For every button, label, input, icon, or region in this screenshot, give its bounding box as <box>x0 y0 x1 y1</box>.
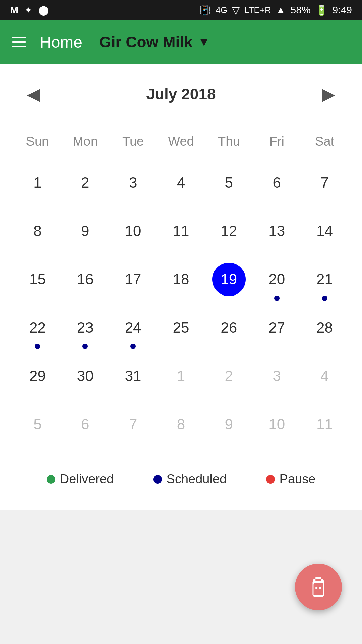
day-aug-8[interactable]: 8 <box>157 400 205 448</box>
day-21[interactable]: 21 <box>301 255 349 304</box>
day-19[interactable]: 19 <box>205 255 253 304</box>
day-aug-2[interactable]: 2 <box>205 352 253 400</box>
day-10[interactable]: 10 <box>109 207 157 255</box>
next-month-button[interactable]: ▶ <box>315 80 342 107</box>
battery-percent: 58% <box>291 4 311 16</box>
day-aug-10[interactable]: 10 <box>253 400 301 448</box>
day-9[interactable]: 9 <box>61 207 109 255</box>
lte-label: LTE+R <box>244 5 271 15</box>
day-27[interactable]: 27 <box>253 304 301 352</box>
day-20[interactable]: 20 <box>253 255 301 304</box>
calendar-container: ◀ July 2018 ▶ Sun Mon Tue Wed Thu Fri Sa… <box>0 64 362 510</box>
app-icon-m: M <box>10 4 18 16</box>
status-bar: M ✦ ⬤ 📳 4G ▽ LTE+R ▲ 58% 🔋 9:49 <box>0 0 362 20</box>
day-header-wed: Wed <box>157 127 205 159</box>
wifi-signal-icon: ▽ <box>232 4 240 16</box>
dot-24 <box>130 344 136 349</box>
day-26[interactable]: 26 <box>205 304 253 352</box>
day-28[interactable]: 28 <box>301 304 349 352</box>
day-6[interactable]: 6 <box>253 159 301 207</box>
fab-button[interactable] <box>295 564 342 610</box>
wifi-icon: ✦ <box>24 5 32 16</box>
pause-dot <box>266 475 275 484</box>
day-3[interactable]: 3 <box>109 159 157 207</box>
day-22[interactable]: 22 <box>13 304 61 352</box>
day-18[interactable]: 18 <box>157 255 205 304</box>
product-name: Gir Cow Milk <box>99 33 193 51</box>
product-selector[interactable]: Gir Cow Milk ▼ <box>99 33 210 51</box>
day-aug-9[interactable]: 9 <box>205 400 253 448</box>
day-5[interactable]: 5 <box>205 159 253 207</box>
day-header-thu: Thu <box>205 127 253 159</box>
day-header-sun: Sun <box>13 127 61 159</box>
day-header-tue: Tue <box>109 127 157 159</box>
prev-month-button[interactable]: ◀ <box>20 80 47 107</box>
calendar-grid: Sun Mon Tue Wed Thu Fri Sat 1 2 3 4 5 6 … <box>13 127 349 448</box>
day-11[interactable]: 11 <box>157 207 205 255</box>
day-12[interactable]: 12 <box>205 207 253 255</box>
milk-bottle-icon <box>307 575 330 599</box>
day-4[interactable]: 4 <box>157 159 205 207</box>
legend-delivered: Delivered <box>47 472 114 486</box>
day-17[interactable]: 17 <box>109 255 157 304</box>
day-header-mon: Mon <box>61 127 109 159</box>
legend-pause: Pause <box>266 472 316 486</box>
vibrate-icon: 📳 <box>199 5 211 16</box>
day-29[interactable]: 29 <box>13 352 61 400</box>
day-aug-1[interactable]: 1 <box>157 352 205 400</box>
day-25[interactable]: 25 <box>157 304 205 352</box>
day-31[interactable]: 31 <box>109 352 157 400</box>
clock: 9:49 <box>333 4 352 16</box>
hamburger-menu-button[interactable] <box>12 37 26 47</box>
day-aug-5[interactable]: 5 <box>13 400 61 448</box>
day-1[interactable]: 1 <box>13 159 61 207</box>
month-title: July 2018 <box>146 85 216 103</box>
pause-label: Pause <box>280 472 316 486</box>
dot-23 <box>82 344 88 349</box>
day-header-fri: Fri <box>253 127 301 159</box>
app-bar: Home Gir Cow Milk ▼ <box>0 20 362 64</box>
day-aug-4[interactable]: 4 <box>301 352 349 400</box>
home-title: Home <box>40 33 82 51</box>
day-23[interactable]: 23 <box>61 304 109 352</box>
day-7[interactable]: 7 <box>301 159 349 207</box>
dot-20 <box>274 296 280 301</box>
day-aug-3[interactable]: 3 <box>253 352 301 400</box>
month-navigation: ◀ July 2018 ▶ <box>13 77 349 111</box>
day-aug-6[interactable]: 6 <box>61 400 109 448</box>
scheduled-label: Scheduled <box>167 472 227 486</box>
day-16[interactable]: 16 <box>61 255 109 304</box>
record-icon: ⬤ <box>38 5 49 16</box>
day-24[interactable]: 24 <box>109 304 157 352</box>
day-15[interactable]: 15 <box>13 255 61 304</box>
delivered-dot <box>47 475 55 484</box>
day-header-sat: Sat <box>301 127 349 159</box>
network-4g: 4G <box>216 5 227 15</box>
status-right: 📳 4G ▽ LTE+R ▲ 58% 🔋 9:49 <box>199 4 352 16</box>
dot-21 <box>322 296 327 301</box>
signal-bars: ▲ <box>276 4 286 16</box>
day-2[interactable]: 2 <box>61 159 109 207</box>
dropdown-arrow-icon: ▼ <box>198 35 210 49</box>
legend-scheduled: Scheduled <box>153 472 227 486</box>
scheduled-dot <box>153 475 162 484</box>
day-8[interactable]: 8 <box>13 207 61 255</box>
dot-22 <box>35 344 40 349</box>
battery-icon: 🔋 <box>315 4 328 16</box>
status-left: M ✦ ⬤ <box>10 4 49 16</box>
day-14[interactable]: 14 <box>301 207 349 255</box>
legend: Delivered Scheduled Pause <box>13 465 349 493</box>
day-30[interactable]: 30 <box>61 352 109 400</box>
day-aug-11[interactable]: 11 <box>301 400 349 448</box>
delivered-label: Delivered <box>60 472 114 486</box>
day-13[interactable]: 13 <box>253 207 301 255</box>
day-aug-7[interactable]: 7 <box>109 400 157 448</box>
